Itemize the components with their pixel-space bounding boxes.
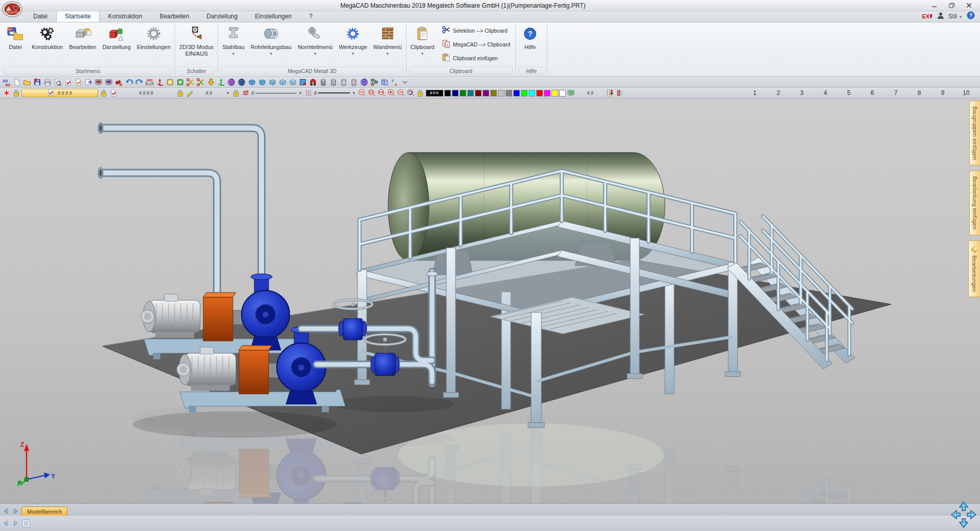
insert-down-icon[interactable] — [206, 78, 215, 86]
lock-color-icon[interactable]: T — [416, 89, 425, 98]
model-space-tab[interactable]: Modellbereich — [21, 506, 67, 516]
view-cube-shade-icon[interactable] — [257, 78, 266, 86]
color-swatch-11[interactable] — [521, 90, 528, 96]
redraw-asterisk-icon[interactable] — [2, 89, 11, 98]
pen-style-icon[interactable] — [185, 89, 194, 98]
snap-magnet-icon[interactable] — [308, 78, 317, 86]
add-box-green-icon[interactable] — [176, 78, 184, 86]
layer-number-3[interactable]: 3 — [790, 89, 814, 96]
dropdown-linewidth-icon[interactable]: ▼ — [351, 91, 357, 95]
screen-2-icon[interactable] — [104, 78, 113, 86]
lock-layer-icon[interactable]: T — [99, 89, 108, 98]
dropdown-arrow-icon[interactable]: ▼ — [231, 52, 235, 56]
save-file-icon[interactable] — [33, 78, 41, 86]
zoom-previous-icon[interactable] — [407, 89, 415, 98]
ribbon-button-konstruktion[interactable]: Konstruktion — [29, 23, 66, 66]
opengl-sphere-icon[interactable] — [360, 78, 368, 86]
layer-number-6[interactable]: 6 — [861, 89, 884, 96]
view-cube-wire-icon[interactable] — [278, 78, 286, 86]
color-swatch-2[interactable] — [452, 90, 459, 96]
dropdown-linetype-icon[interactable]: ▼ — [297, 91, 303, 95]
color-swatch-8[interactable] — [498, 90, 505, 96]
zoom-reduce-icon[interactable] — [397, 89, 405, 98]
page-check-icon[interactable] — [63, 78, 72, 86]
ribbon-button-2d-3d-modus[interactable]: 2D/3D Modus EIN/AUS — [176, 23, 217, 66]
layer-number-1[interactable]: 1 — [743, 89, 767, 96]
layer-number-5[interactable]: 5 — [837, 89, 861, 96]
add-box-icon[interactable] — [165, 78, 174, 86]
quick-settings-icon[interactable]: ?s — [390, 78, 399, 86]
ribbon-button-normteilmenü[interactable]: Normteilmenü▼ — [295, 23, 336, 66]
dropdown-arrow-icon[interactable]: ▼ — [351, 52, 355, 56]
menu-tab-[interactable]: ? — [300, 11, 321, 22]
dropdown-pen-icon[interactable]: ▼ — [225, 91, 231, 95]
maximize-button[interactable] — [943, 1, 960, 10]
ribbon-button-stahlbau[interactable]: Stahlbau▼ — [219, 23, 247, 66]
color-swatch-1[interactable] — [444, 90, 451, 96]
help-icon[interactable]: ? — [967, 11, 975, 21]
dropdown-arrow-icon[interactable]: ▼ — [313, 52, 317, 56]
pump-plant-3d-model[interactable]: Z Y — [0, 99, 980, 503]
lock-linetype-icon[interactable]: T — [232, 89, 241, 98]
color-swatch-10[interactable] — [513, 90, 520, 96]
ribbon-button-datei[interactable]: PRTDatei — [2, 23, 29, 66]
print-preview-icon[interactable] — [53, 78, 62, 86]
ribbon-button-megacad-clipboard[interactable]: 66MegaCAD --> Clipboard — [440, 39, 512, 50]
bar-pattern-icon[interactable] — [616, 89, 625, 98]
select-window-icon[interactable] — [298, 78, 307, 86]
side-tab-bearbeitung-einfügen[interactable]: Bearbeitung einfügen — [969, 171, 980, 235]
view-cube-solid-icon[interactable] — [247, 78, 256, 86]
zoom-in-icon[interactable] — [387, 89, 396, 98]
sphere-dark-icon[interactable] — [237, 78, 246, 86]
layer-number-4[interactable]: 4 — [814, 89, 837, 96]
model-viewport[interactable]: Z Y Baugruppen einfügenBearbeitung einfü… — [0, 99, 980, 503]
measure-axes-icon[interactable] — [217, 78, 225, 86]
redo-icon[interactable] — [135, 78, 144, 86]
selection-cut-1-icon[interactable] — [186, 78, 195, 86]
page-flag-icon[interactable] — [109, 89, 117, 98]
screen-1-icon[interactable] — [94, 78, 103, 86]
import-file-icon[interactable] — [84, 78, 92, 86]
ribbon-button-bearbeiten[interactable]: Bearbeiten — [66, 23, 99, 66]
view-cube-iso-icon[interactable] — [288, 78, 297, 86]
ribbon-button-werkzeuge[interactable]: Werkzeuge▼ — [336, 23, 370, 66]
layer-number-10[interactable]: 10 — [954, 89, 978, 96]
cylinder-gray-icon[interactable] — [329, 78, 338, 86]
lock-group-icon[interactable]: T — [12, 89, 20, 98]
open-file-icon[interactable] — [22, 78, 31, 86]
color-swatch-13[interactable] — [536, 90, 543, 96]
color-bylayer-swatch[interactable]: ### — [426, 90, 443, 96]
sheet-prev-icon[interactable] — [1, 506, 10, 516]
dropdown-arrow-icon[interactable]: ▼ — [386, 52, 390, 56]
sheet-next-icon[interactable] — [11, 506, 20, 516]
menu-tab-darstellung[interactable]: Darstellung — [198, 11, 246, 22]
color-swatch-16[interactable] — [559, 90, 566, 96]
color-swatch-7[interactable] — [490, 90, 497, 96]
ex-mode-indicator[interactable]: EX — [922, 13, 933, 19]
color-swatch-5[interactable] — [475, 90, 482, 96]
color-swatch-4[interactable] — [467, 90, 474, 96]
layer-number-9[interactable]: 9 — [931, 89, 954, 96]
ribbon-button-clipboard-einfügen[interactable]: Clipboard einfügen — [440, 53, 512, 63]
megacad-logo-icon[interactable]: MegaCAD — [2, 1, 22, 18]
hatch-pattern-icon[interactable] — [606, 89, 615, 98]
ribbon-button-rohrleitungsbau[interactable]: Rohrleitungsbau▼ — [248, 23, 295, 66]
print-icon[interactable] — [43, 78, 52, 86]
cylinder-marked-icon[interactable] — [349, 78, 358, 86]
page-copy-icon[interactable] — [74, 78, 82, 86]
mode-2d-3d-icon[interactable]: 2D3D — [2, 78, 11, 86]
close-button[interactable] — [961, 1, 977, 10]
ribbon-button-wandmenü[interactable]: Wandmenü▼ — [370, 23, 405, 66]
color-swatch-3[interactable] — [460, 90, 466, 96]
cylinder-pair-icon[interactable] — [380, 78, 389, 86]
minimize-button[interactable] — [926, 1, 942, 10]
ribbon-button-hilfe[interactable]: ?Hilfe — [517, 23, 543, 66]
view-list-icon[interactable] — [21, 519, 31, 528]
menu-tab-einstellungen[interactable]: Einstellungen — [246, 11, 300, 22]
layer-number-8[interactable]: 8 — [907, 89, 931, 96]
color-swatch-15[interactable] — [552, 90, 558, 96]
ribbon-button-clipboard[interactable]: Clipboard▼ — [408, 23, 438, 66]
view-prev-icon[interactable] — [1, 519, 10, 528]
view-cube-open-icon[interactable] — [268, 78, 276, 86]
point-style-icon[interactable] — [304, 89, 313, 98]
